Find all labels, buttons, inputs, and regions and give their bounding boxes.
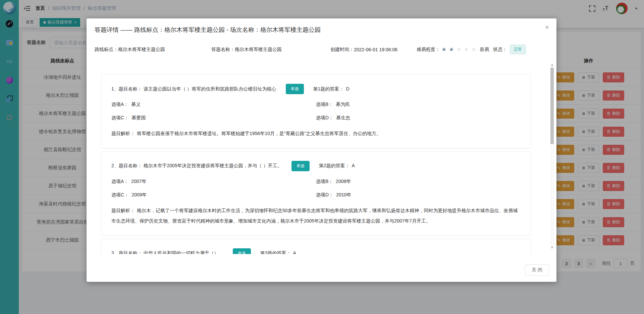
- question-list: 1、题目名称： 该主题公园以当年（ ）将军的住所和筑路部队办公楼旧址为核心 单选…: [101, 66, 531, 254]
- route-label: 路线标点：: [95, 47, 118, 53]
- analysis-text: 将军楼公园座落于格尔木市将军楼遗址。将军楼始建于1956年10月，是“青藏公路”…: [137, 131, 381, 136]
- option-b: 2008年: [336, 179, 351, 184]
- dialog-info-bar: 路线标点：格尔木将军楼主题公园 答题名称：格尔木将军楼主题公园 创建时间：202…: [87, 45, 556, 54]
- option-d: 慕生忠: [336, 115, 350, 120]
- create-time-label: 创建时间：: [330, 47, 354, 53]
- status-label: 状态：: [493, 47, 507, 53]
- question-card: 1、题目名称： 该主题公园以当年（ ）将军的住所和筑路部队办公楼旧址为核心 单选…: [101, 74, 531, 148]
- option-c: 2009年: [131, 192, 147, 197]
- difficulty-label: 难易程度：: [417, 47, 440, 53]
- create-time-value: 2022-06-01 19:06:06: [354, 47, 397, 52]
- answer-name-value: 格尔木将军楼主题公园: [235, 47, 282, 53]
- answer-label: 第2题的答案：: [319, 163, 350, 168]
- question-card: 3、题目名称： 中华人民共和国的一切权力属于（）。 单选 第3题的答案：A: [101, 239, 531, 254]
- question-title: 1、题目名称： 该主题公园以当年（ ）将军的住所和筑路部队办公楼旧址为核心: [111, 86, 276, 92]
- answer-value: A: [352, 163, 355, 168]
- question-title: 3、题目名称： 中华人民共和国的一切权力属于（）。: [111, 250, 223, 254]
- option-a: 慕义: [131, 102, 141, 107]
- answer-detail-dialog: 答题详情 —— 路线标点：格尔木将军楼主题公园 - 场次名称：格尔木将军楼主题公…: [87, 18, 556, 282]
- answer-value: D: [346, 86, 349, 91]
- analysis-text: 格尔木，记载了一个将军建设格尔木时的工作生活，为深切缅怀和纪念50多年前慕生忠将…: [111, 208, 518, 224]
- answer-value: A: [293, 250, 296, 254]
- status-badge: 正常: [510, 45, 526, 54]
- difficulty-text: 容易: [480, 47, 489, 53]
- scroll-up-icon[interactable]: ▲: [550, 63, 554, 67]
- route-value: 格尔木将军楼主题公园: [118, 47, 165, 53]
- question-type-badge: 单选: [291, 161, 310, 171]
- option-b: 慕为民: [336, 102, 350, 107]
- question-title: 2、题目名称： 格尔木市于2005年决定投资建设将军楼主题公园，并与（ ）开工。: [111, 163, 282, 169]
- difficulty-stars: ★★★★★: [441, 46, 476, 53]
- question-type-badge: 单选: [286, 84, 304, 94]
- dialog-close-icon[interactable]: ×: [545, 24, 549, 30]
- scrollbar-thumb[interactable]: [550, 68, 554, 144]
- question-type-badge: 单选: [233, 248, 251, 254]
- option-a: 2007年: [131, 179, 146, 184]
- answer-label: 第3题的答案：: [260, 250, 291, 254]
- scroll-down-icon[interactable]: ▼: [550, 246, 554, 250]
- close-button[interactable]: 关 闭: [525, 264, 549, 276]
- dialog-title: 答题详情 —— 路线标点：格尔木将军楼主题公园 - 场次名称：格尔木将军楼主题公…: [95, 26, 548, 34]
- option-d: 2010年: [336, 192, 351, 197]
- modal-scrollbar[interactable]: ▲ ▼: [550, 63, 554, 250]
- question-card: 2、题目名称： 格尔木市于2005年决定投资建设将军楼主题公园，并与（ ）开工。…: [101, 151, 531, 236]
- option-c: 慕爱国: [131, 115, 146, 120]
- answer-name-label: 答题名称：: [211, 47, 235, 53]
- answer-label: 第1题的答案：: [313, 86, 344, 91]
